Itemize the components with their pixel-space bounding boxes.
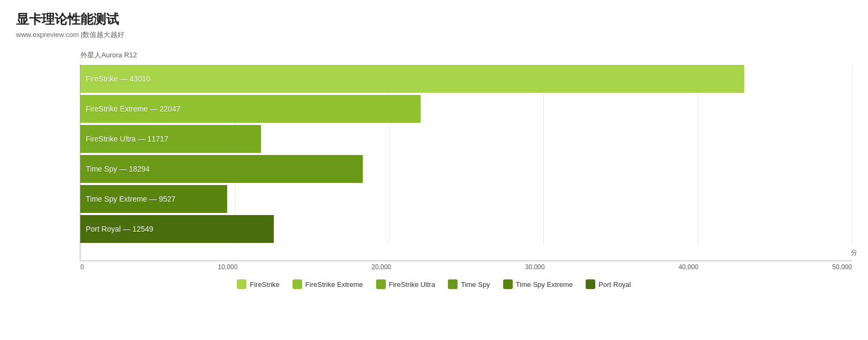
bar-label: FireStrike Extreme — 22047: [86, 105, 181, 113]
legend-color-box: [503, 279, 513, 289]
x-unit: 分: [851, 248, 857, 257]
bar-label: Time Spy — 18294: [86, 165, 149, 173]
legend-color-box: [376, 279, 386, 289]
x-ticks: 分 010,00020,00030,00040,00050,000: [80, 263, 852, 271]
bar-label: Time Spy Extreme — 9527: [86, 195, 176, 203]
legend-label: Port Royal: [598, 280, 631, 289]
chart-container: FireStrike — 43010FireStrike Extreme — 2…: [16, 64, 852, 261]
legend-label: FireStrike: [250, 280, 280, 289]
x-tick: 30,000: [525, 263, 545, 271]
x-tick: 50,000: [832, 263, 852, 271]
bar-label: FireStrike Ultra — 11717: [86, 135, 168, 143]
legend-color-box: [293, 279, 302, 289]
x-tick: 10,000: [218, 263, 238, 271]
bar-row: Port Royal — 12549: [80, 215, 852, 243]
legend-item: FireStrike: [237, 279, 280, 289]
bar-label: FireStrike — 43010: [86, 75, 151, 83]
legend: FireStrikeFireStrike ExtremeFireStrike U…: [16, 279, 852, 289]
legend-label: FireStrike Extreme: [305, 280, 363, 289]
x-axis-line: [80, 261, 852, 261]
bar-row: FireStrike — 43010: [80, 64, 852, 93]
legend-item: Time Spy Extreme: [503, 279, 573, 289]
x-tick: 20,000: [371, 263, 391, 271]
legend-item: FireStrike Extreme: [293, 279, 363, 289]
legend-item: Time Spy: [448, 279, 490, 289]
legend-item: Port Royal: [586, 279, 631, 289]
bar-port-royal: Port Royal — 12549: [80, 215, 274, 243]
bars-area: FireStrike — 43010FireStrike Extreme — 2…: [80, 64, 852, 261]
bar-firestrike: FireStrike — 43010: [80, 65, 744, 93]
legend-label: FireStrike Ultra: [389, 280, 436, 289]
x-tick: 0: [80, 263, 84, 271]
bar-time-spy-extreme: Time Spy Extreme — 9527: [80, 185, 227, 213]
legend-color-box: [586, 279, 595, 289]
bar-row: FireStrike Extreme — 22047: [80, 94, 852, 123]
chart-area: 外星人Aurora R12 FireStrike — 43010FireStri…: [16, 50, 852, 289]
y-axis: [16, 64, 80, 261]
bar-label: Port Royal — 12549: [86, 225, 153, 233]
system-label: 外星人Aurora R12: [80, 50, 852, 60]
x-tick: 40,000: [679, 263, 699, 271]
x-axis: 分 010,00020,00030,00040,00050,000: [80, 261, 852, 271]
bar-time-spy: Time Spy — 18294: [80, 155, 363, 183]
bar-firestrike-ultra: FireStrike Ultra — 11717: [80, 125, 261, 153]
legend-label: Time Spy Extreme: [516, 280, 573, 289]
bar-firestrike-extreme: FireStrike Extreme — 22047: [80, 95, 421, 123]
legend-label: Time Spy: [461, 280, 490, 289]
legend-color-box: [237, 279, 246, 289]
grid-line: [852, 64, 852, 245]
page-title: 显卡理论性能测试: [16, 11, 852, 28]
legend-color-box: [448, 279, 458, 289]
bar-row: Time Spy — 18294: [80, 154, 852, 183]
subtitle: www.expreview.com |数值越大越好: [16, 30, 852, 40]
legend-item: FireStrike Ultra: [376, 279, 436, 289]
bar-row: FireStrike Ultra — 11717: [80, 124, 852, 153]
bar-row: Time Spy Extreme — 9527: [80, 184, 852, 213]
